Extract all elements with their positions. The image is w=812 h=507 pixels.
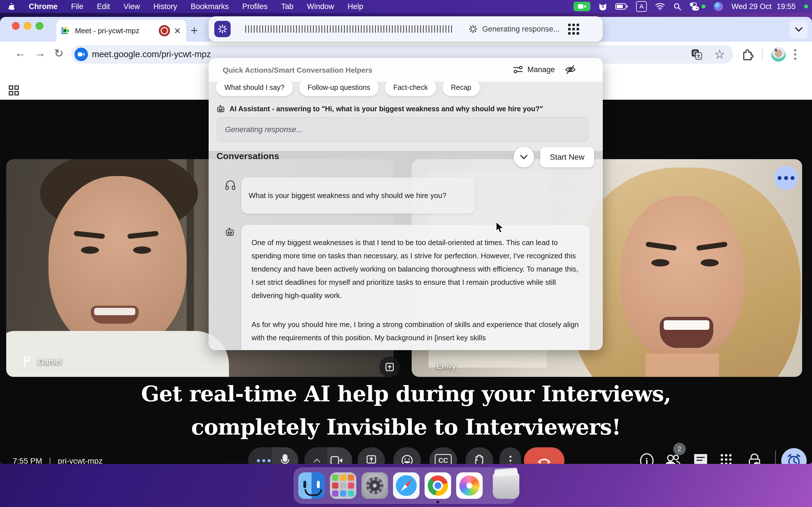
- browser-menu-icon[interactable]: [794, 49, 796, 60]
- macos-menu-bar: Chrome File Edit View History Bookmarks …: [0, 0, 812, 13]
- manage-label: Manage: [527, 65, 555, 74]
- profile-avatar[interactable]: [771, 47, 786, 62]
- dock-settings-icon[interactable]: [361, 472, 388, 499]
- present-button[interactable]: [357, 447, 385, 464]
- wifi-icon[interactable]: [655, 3, 665, 10]
- site-camera-permission-icon[interactable]: [74, 48, 88, 61]
- pin-tile-button[interactable]: [379, 356, 400, 378]
- menu-item-profiles[interactable]: Profiles: [242, 2, 267, 11]
- quick-action-what-should-i-say[interactable]: What should I say?: [216, 79, 293, 96]
- sliders-icon: [513, 65, 523, 74]
- dock-finder-icon[interactable]: [298, 472, 325, 499]
- window-minimize-button[interactable]: [24, 22, 32, 30]
- new-tab-button[interactable]: +: [191, 24, 198, 37]
- forward-button[interactable]: →: [35, 47, 46, 59]
- activities-button[interactable]: [721, 454, 732, 464]
- spotlight-search-icon[interactable]: [673, 3, 681, 10]
- microphone-button[interactable]: [248, 447, 298, 464]
- tab-close-icon[interactable]: ✕: [174, 26, 181, 36]
- meeting-details-button[interactable]: i: [640, 453, 654, 464]
- participant-name: Daniel: [38, 357, 62, 367]
- dock-launchpad-icon[interactable]: [330, 472, 356, 499]
- menu-item-bookmarks[interactable]: Bookmarks: [191, 2, 229, 11]
- start-new-button[interactable]: Start New: [540, 147, 594, 167]
- timer-extension-button[interactable]: [781, 448, 807, 464]
- assistant-app-icon[interactable]: [214, 21, 231, 37]
- clock-time: 19:55: [776, 2, 796, 11]
- window-close-button[interactable]: [12, 22, 20, 30]
- host-controls-button[interactable]: [747, 453, 762, 464]
- reactions-button[interactable]: [393, 447, 421, 464]
- bookmark-star-icon[interactable]: ☆: [714, 49, 725, 60]
- tab-search-chevron-button[interactable]: [790, 20, 808, 39]
- menu-item-chrome[interactable]: Chrome: [29, 2, 57, 11]
- assistant-answer-bubble[interactable]: One of my biggest weaknesses is that I t…: [241, 225, 590, 350]
- translate-icon[interactable]: G文: [691, 49, 702, 60]
- status-app-icon[interactable]: S: [599, 2, 607, 11]
- more-options-button[interactable]: [500, 447, 521, 464]
- quick-actions-header: Quick Actions/Smart Conversation Helpers: [223, 66, 372, 75]
- assistant-answering-text: AI Assistant - answering to "Hi, what is…: [230, 105, 543, 113]
- robot-icon: [216, 105, 225, 113]
- manage-button[interactable]: Manage: [513, 65, 576, 74]
- chat-button[interactable]: [693, 453, 708, 464]
- interviewer-question-bubble[interactable]: What is your biggest weakness and why sh…: [241, 177, 475, 214]
- audio-level-icon: [257, 459, 271, 462]
- person-eye: [81, 246, 99, 254]
- extensions-puzzle-icon[interactable]: [742, 48, 753, 60]
- mic-icon: [280, 454, 290, 464]
- menu-item-edit[interactable]: Edit: [97, 2, 110, 11]
- person-neck: [646, 353, 719, 377]
- menu-item-help[interactable]: Help: [348, 2, 363, 11]
- tile-options-button[interactable]: [774, 166, 798, 190]
- assistant-status-bar[interactable]: Generating response...: [209, 16, 603, 42]
- menu-item-history[interactable]: History: [153, 2, 177, 11]
- siri-icon[interactable]: [714, 2, 723, 11]
- pin-icon: [22, 356, 31, 367]
- recording-green-dot: [804, 4, 808, 8]
- person-eye: [651, 259, 669, 267]
- quick-action-follow-up[interactable]: Follow-up questions: [299, 79, 378, 96]
- input-source-icon[interactable]: A: [636, 1, 647, 12]
- spinner-icon: [469, 24, 477, 34]
- apple-logo-icon[interactable]: [8, 3, 15, 10]
- camera-active-indicator-icon[interactable]: [573, 2, 591, 11]
- running-indicator: [437, 501, 439, 503]
- menu-item-tab[interactable]: Tab: [281, 2, 294, 11]
- meeting-info: 7:55 PM | pri-ycwt-mpz: [13, 456, 103, 464]
- question-text: What is your biggest weakness and why sh…: [249, 191, 446, 200]
- grid-icon[interactable]: [8, 85, 19, 96]
- menu-item-file[interactable]: File: [71, 2, 84, 11]
- person-teeth: [664, 320, 709, 330]
- end-call-button[interactable]: [524, 447, 564, 464]
- mouse-cursor: [495, 221, 505, 234]
- videocam-icon: [331, 456, 343, 464]
- eye-off-icon[interactable]: [565, 65, 576, 74]
- dock-chrome-icon[interactable]: [424, 472, 451, 499]
- tab-recording-icon[interactable]: [159, 25, 170, 36]
- raise-hand-button[interactable]: [465, 447, 493, 464]
- url-text: meet.google.com/pri-ycwt-mpz: [92, 49, 211, 59]
- quick-action-recap[interactable]: Recap: [442, 79, 479, 96]
- menu-item-window[interactable]: Window: [307, 2, 334, 11]
- battery-icon[interactable]: [615, 3, 627, 10]
- captions-button[interactable]: CC: [429, 447, 457, 464]
- clock-date: Wed 29 Oct: [731, 2, 771, 11]
- collapse-chevron-button[interactable]: [514, 147, 534, 167]
- browser-tab-meet[interactable]: Meet - pri-ycwt-mpz ✕: [56, 20, 186, 42]
- dock-photos-icon[interactable]: [456, 472, 483, 499]
- person-eye: [133, 246, 151, 254]
- window-zoom-button[interactable]: [36, 22, 43, 30]
- menu-bar-clock[interactable]: Wed 29 Oct 19:55: [731, 2, 796, 11]
- camera-button[interactable]: [304, 447, 352, 464]
- back-button[interactable]: ←: [15, 47, 26, 59]
- control-center-icon[interactable]: [690, 2, 705, 11]
- apps-grid-icon[interactable]: [568, 24, 579, 35]
- dock-safari-icon[interactable]: [393, 472, 419, 499]
- quick-actions-row: What should I say? Follow-up questions F…: [216, 79, 480, 96]
- reload-button[interactable]: ↻: [54, 47, 64, 60]
- menu-item-view[interactable]: View: [123, 2, 140, 11]
- dock-trash-icon[interactable]: [493, 472, 519, 499]
- quick-action-fact-check[interactable]: Fact-check: [385, 79, 436, 96]
- cc-icon: CC: [435, 454, 452, 464]
